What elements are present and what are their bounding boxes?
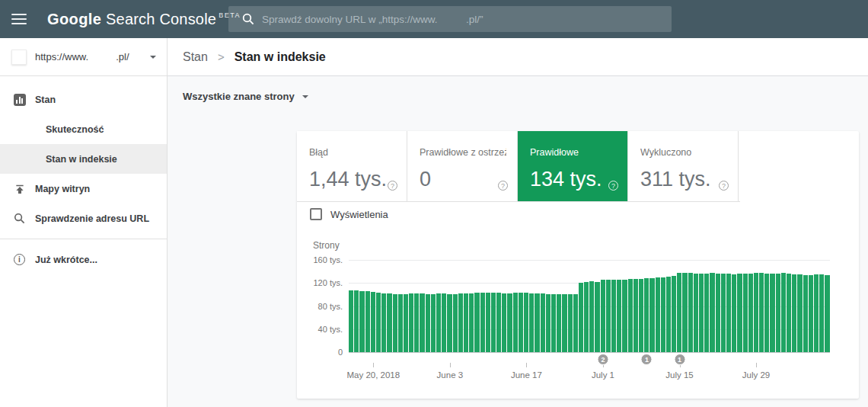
bar[interactable] [601,280,605,352]
annotation-marker[interactable]: 1 [674,354,685,365]
card-wykluczono[interactable]: Wykluczono 311 tys. ? [628,131,739,201]
bar[interactable] [589,281,594,352]
bar[interactable] [469,293,474,352]
bar[interactable] [491,293,496,352]
bar[interactable] [502,293,506,352]
bar[interactable] [649,278,654,352]
bar[interactable] [819,274,824,352]
bar[interactable] [359,291,364,352]
annotation-marker[interactable]: 1 [641,354,653,365]
bar[interactable] [557,294,561,352]
bar[interactable] [409,293,413,352]
bar[interactable] [546,294,550,352]
sidebar-item-stan[interactable]: Stan [0,85,167,114]
bar[interactable] [436,293,441,352]
bar[interactable] [595,282,599,352]
bar[interactable] [376,293,381,352]
bar[interactable] [770,274,774,352]
bar[interactable] [792,274,796,352]
bar[interactable] [797,274,802,352]
bar[interactable] [551,294,556,352]
bar[interactable] [682,273,687,352]
bar[interactable] [639,279,643,352]
bar[interactable] [803,275,808,352]
bar[interactable] [699,274,704,352]
bar[interactable] [365,291,370,352]
bar[interactable] [688,273,693,352]
bar[interactable] [781,273,786,352]
bar[interactable] [694,274,698,352]
bar[interactable] [573,294,578,352]
bar[interactable] [666,277,671,352]
bar[interactable] [606,280,611,352]
bar[interactable] [529,293,534,352]
bar[interactable] [737,274,742,352]
bar[interactable] [825,275,829,352]
sidebar-item-mapy-witryn[interactable]: Mapy witryn [0,174,167,204]
bar[interactable] [617,280,621,352]
bar[interactable] [732,274,736,352]
bar[interactable] [677,273,681,352]
bar[interactable] [387,293,391,352]
bar[interactable] [710,273,714,352]
url-inspection-searchbar[interactable] [228,6,672,32]
bar[interactable] [519,293,523,352]
bar[interactable] [633,279,638,352]
bar[interactable] [622,280,627,352]
bar[interactable] [704,274,709,352]
bar[interactable] [464,293,468,352]
card-prawidlowe-z-ostrzezeniami[interactable]: Prawidłowe z ostrzeżen… 0 ? [407,131,518,201]
bar[interactable] [442,293,446,352]
bar[interactable] [447,294,452,352]
bar[interactable] [721,274,726,352]
bar[interactable] [486,293,490,352]
bar[interactable] [656,277,660,352]
menu-icon[interactable] [11,11,27,27]
bar[interactable] [426,294,430,352]
bar[interactable] [628,279,633,352]
search-input[interactable] [262,14,662,25]
bar[interactable] [420,293,424,352]
bar[interactable] [354,290,359,352]
breadcrumb-parent[interactable]: Stan [183,50,208,64]
bar[interactable] [404,294,408,352]
bar[interactable] [474,293,479,352]
bar[interactable] [513,293,518,352]
property-selector[interactable]: https://www. .pl/ [0,38,167,76]
page-filter-dropdown[interactable]: Wszystkie znane strony [183,91,308,102]
bar[interactable] [398,294,403,352]
bar[interactable] [764,274,769,352]
bar[interactable] [726,274,731,352]
bar[interactable] [458,293,463,352]
bar[interactable] [480,293,485,352]
bar[interactable] [584,282,589,352]
bar[interactable] [393,294,397,352]
bar[interactable] [453,294,458,352]
bar[interactable] [661,277,665,352]
bar[interactable] [787,274,791,352]
bar[interactable] [562,294,566,352]
bar[interactable] [776,274,780,352]
bar[interactable] [644,278,649,352]
bar[interactable] [716,274,720,352]
bar[interactable] [748,274,753,352]
bar[interactable] [611,280,616,352]
bar[interactable] [431,294,436,352]
card-blad[interactable]: Błąd 1,44 tys. ? [297,131,407,201]
help-icon[interactable]: ? [388,181,397,191]
sidebar-item-juz-wkrotce[interactable]: i Już wkrótce... [0,245,167,274]
bar[interactable] [349,290,353,352]
help-icon[interactable]: ? [498,181,508,191]
bar[interactable] [814,274,819,352]
bar[interactable] [535,293,539,352]
bar[interactable] [381,293,386,352]
card-prawidlowe[interactable]: Prawidłowe 134 tys. ? [518,131,628,201]
annotation-marker[interactable]: 2 [597,354,608,365]
bar[interactable] [524,293,528,352]
bar[interactable] [759,273,764,352]
bar[interactable] [568,294,573,352]
bar[interactable] [579,283,583,353]
bar[interactable] [541,293,545,352]
bar[interactable] [672,276,676,352]
bar[interactable] [507,293,512,352]
